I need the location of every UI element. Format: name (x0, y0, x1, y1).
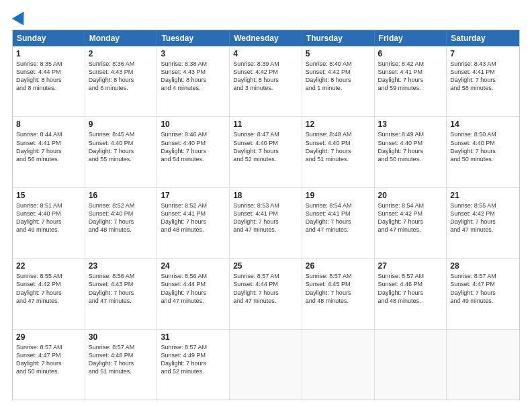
calendar-cell: 5Sunrise: 8:40 AMSunset: 4:42 PMDaylight… (302, 46, 375, 116)
logo-triangle-icon (12, 8, 30, 26)
day-number: 7 (450, 49, 516, 58)
day-number: 14 (450, 120, 516, 129)
day-number: 16 (89, 191, 154, 200)
calendar-cell: 14Sunrise: 8:50 AMSunset: 4:40 PMDayligh… (447, 117, 519, 187)
day-number: 10 (161, 120, 226, 129)
cell-text: Sunrise: 8:57 AMSunset: 4:47 PMDaylight:… (16, 343, 81, 376)
day-number: 28 (450, 261, 516, 271)
calendar-cell: 30Sunrise: 8:57 AMSunset: 4:48 PMDayligh… (85, 330, 158, 400)
page: SundayMondayTuesdayWednesdayThursdayFrid… (0, 0, 532, 411)
calendar-cell: 20Sunrise: 8:54 AMSunset: 4:42 PMDayligh… (375, 188, 447, 258)
day-number: 29 (16, 332, 81, 342)
calendar-header-cell: Sunday (13, 30, 85, 46)
calendar-cell: 12Sunrise: 8:48 AMSunset: 4:40 PMDayligh… (302, 117, 375, 187)
day-number: 25 (233, 261, 298, 271)
day-number: 1 (16, 49, 81, 58)
cell-text: Sunrise: 8:43 AMSunset: 4:41 PMDaylight:… (450, 60, 516, 93)
calendar-cell: 8Sunrise: 8:44 AMSunset: 4:41 PMDaylight… (13, 117, 85, 187)
calendar-body: 1Sunrise: 8:35 AMSunset: 4:44 PMDaylight… (13, 46, 519, 400)
cell-text: Sunrise: 8:36 AMSunset: 4:43 PMDaylight:… (89, 60, 154, 93)
day-number: 21 (450, 191, 516, 200)
calendar-cell: 7Sunrise: 8:43 AMSunset: 4:41 PMDaylight… (447, 46, 519, 116)
cell-text: Sunrise: 8:55 AMSunset: 4:42 PMDaylight:… (450, 201, 516, 234)
day-number: 3 (161, 49, 226, 58)
calendar-cell: 25Sunrise: 8:57 AMSunset: 4:44 PMDayligh… (230, 259, 302, 328)
calendar-row: 15Sunrise: 8:51 AMSunset: 4:40 PMDayligh… (13, 187, 519, 258)
day-number: 31 (161, 332, 226, 342)
calendar-cell: 9Sunrise: 8:45 AMSunset: 4:40 PMDaylight… (85, 117, 158, 187)
calendar-header-cell: Saturday (447, 30, 519, 46)
calendar-cell: 17Sunrise: 8:52 AMSunset: 4:41 PMDayligh… (157, 188, 230, 258)
calendar-cell: 23Sunrise: 8:56 AMSunset: 4:43 PMDayligh… (85, 259, 158, 328)
day-number: 5 (306, 49, 371, 58)
day-number: 11 (233, 120, 298, 129)
calendar-header-cell: Wednesday (230, 30, 302, 46)
cell-text: Sunrise: 8:56 AMSunset: 4:44 PMDaylight:… (161, 272, 226, 305)
day-number: 12 (306, 120, 371, 129)
cell-text: Sunrise: 8:57 AMSunset: 4:46 PMDaylight:… (378, 272, 443, 305)
cell-text: Sunrise: 8:44 AMSunset: 4:41 PMDaylight:… (16, 130, 81, 163)
cell-text: Sunrise: 8:39 AMSunset: 4:42 PMDaylight:… (233, 60, 298, 93)
day-number: 9 (89, 120, 154, 129)
cell-text: Sunrise: 8:42 AMSunset: 4:41 PMDaylight:… (378, 60, 443, 93)
calendar-row: 29Sunrise: 8:57 AMSunset: 4:47 PMDayligh… (13, 329, 519, 400)
calendar-header-cell: Monday (85, 30, 158, 46)
calendar-cell (447, 330, 519, 400)
calendar-row: 22Sunrise: 8:55 AMSunset: 4:42 PMDayligh… (13, 258, 519, 328)
cell-text: Sunrise: 8:38 AMSunset: 4:43 PMDaylight:… (161, 60, 226, 93)
calendar-cell: 6Sunrise: 8:42 AMSunset: 4:41 PMDaylight… (375, 46, 447, 116)
cell-text: Sunrise: 8:52 AMSunset: 4:41 PMDaylight:… (161, 201, 226, 234)
cell-text: Sunrise: 8:57 AMSunset: 4:44 PMDaylight:… (233, 272, 298, 305)
cell-text: Sunrise: 8:53 AMSunset: 4:41 PMDaylight:… (233, 201, 298, 234)
cell-text: Sunrise: 8:40 AMSunset: 4:42 PMDaylight:… (306, 60, 371, 93)
cell-text: Sunrise: 8:54 AMSunset: 4:41 PMDaylight:… (306, 201, 371, 234)
calendar-cell (375, 330, 447, 400)
calendar-cell (230, 330, 302, 400)
calendar-cell: 4Sunrise: 8:39 AMSunset: 4:42 PMDaylight… (230, 46, 302, 116)
calendar-cell: 27Sunrise: 8:57 AMSunset: 4:46 PMDayligh… (375, 259, 447, 328)
day-number: 23 (89, 261, 154, 271)
calendar-cell: 28Sunrise: 8:57 AMSunset: 4:47 PMDayligh… (447, 259, 519, 328)
day-number: 30 (89, 332, 154, 342)
day-number: 19 (306, 191, 371, 200)
cell-text: Sunrise: 8:50 AMSunset: 4:40 PMDaylight:… (450, 130, 516, 163)
cell-text: Sunrise: 8:52 AMSunset: 4:40 PMDaylight:… (89, 201, 154, 234)
calendar-header-cell: Tuesday (157, 30, 230, 46)
calendar-cell: 15Sunrise: 8:51 AMSunset: 4:40 PMDayligh… (13, 188, 85, 258)
day-number: 20 (378, 191, 443, 200)
cell-text: Sunrise: 8:57 AMSunset: 4:45 PMDaylight:… (306, 272, 371, 305)
day-number: 8 (16, 120, 81, 129)
cell-text: Sunrise: 8:54 AMSunset: 4:42 PMDaylight:… (378, 201, 443, 234)
calendar-header-cell: Friday (375, 30, 447, 46)
day-number: 26 (306, 261, 371, 271)
cell-text: Sunrise: 8:47 AMSunset: 4:40 PMDaylight:… (233, 130, 298, 163)
calendar-header-cell: Thursday (302, 30, 375, 46)
calendar-cell: 11Sunrise: 8:47 AMSunset: 4:40 PMDayligh… (230, 117, 302, 187)
calendar: SundayMondayTuesdayWednesdayThursdayFrid… (12, 30, 520, 400)
cell-text: Sunrise: 8:56 AMSunset: 4:43 PMDaylight:… (89, 272, 154, 305)
calendar-cell: 1Sunrise: 8:35 AMSunset: 4:44 PMDaylight… (13, 46, 85, 116)
calendar-cell: 22Sunrise: 8:55 AMSunset: 4:42 PMDayligh… (13, 259, 85, 328)
header (12, 11, 520, 23)
day-number: 2 (89, 49, 154, 58)
calendar-cell: 18Sunrise: 8:53 AMSunset: 4:41 PMDayligh… (230, 188, 302, 258)
cell-text: Sunrise: 8:57 AMSunset: 4:47 PMDaylight:… (450, 272, 516, 305)
cell-text: Sunrise: 8:45 AMSunset: 4:40 PMDaylight:… (89, 130, 154, 163)
calendar-cell: 21Sunrise: 8:55 AMSunset: 4:42 PMDayligh… (447, 188, 519, 258)
cell-text: Sunrise: 8:51 AMSunset: 4:40 PMDaylight:… (16, 201, 81, 234)
calendar-cell: 2Sunrise: 8:36 AMSunset: 4:43 PMDaylight… (85, 46, 158, 116)
day-number: 13 (378, 120, 443, 129)
day-number: 18 (233, 191, 298, 200)
calendar-cell (302, 330, 375, 400)
calendar-row: 1Sunrise: 8:35 AMSunset: 4:44 PMDaylight… (13, 46, 519, 116)
day-number: 6 (378, 49, 443, 58)
cell-text: Sunrise: 8:49 AMSunset: 4:40 PMDaylight:… (378, 130, 443, 163)
day-number: 27 (378, 261, 443, 271)
day-number: 4 (233, 49, 298, 58)
calendar-cell: 26Sunrise: 8:57 AMSunset: 4:45 PMDayligh… (302, 259, 375, 328)
calendar-cell: 3Sunrise: 8:38 AMSunset: 4:43 PMDaylight… (157, 46, 230, 116)
calendar-cell: 16Sunrise: 8:52 AMSunset: 4:40 PMDayligh… (85, 188, 158, 258)
calendar-cell: 24Sunrise: 8:56 AMSunset: 4:44 PMDayligh… (157, 259, 230, 328)
cell-text: Sunrise: 8:48 AMSunset: 4:40 PMDaylight:… (306, 130, 371, 163)
calendar-row: 8Sunrise: 8:44 AMSunset: 4:41 PMDaylight… (13, 116, 519, 187)
